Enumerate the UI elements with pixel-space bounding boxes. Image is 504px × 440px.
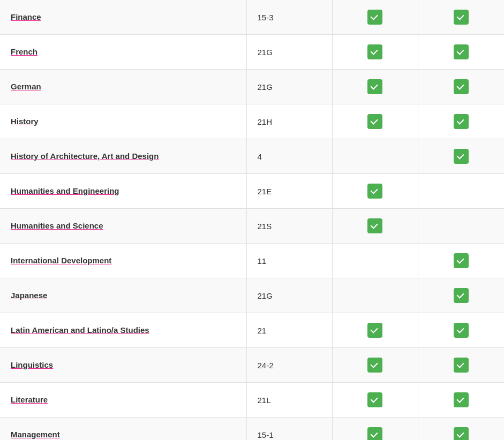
- table-row: Linguistics24-2: [0, 348, 504, 383]
- check-icon: [367, 10, 382, 25]
- check-icon: [454, 358, 469, 373]
- col3-cell: [332, 139, 418, 174]
- course-link[interactable]: History: [11, 117, 39, 126]
- table-row: History21H: [0, 104, 504, 139]
- table-row: French21G: [0, 35, 504, 70]
- course-code-cell: 21L: [246, 383, 332, 418]
- col3-cell: [332, 383, 418, 418]
- col3-cell: [332, 209, 418, 244]
- course-code-cell: 21G: [246, 35, 332, 70]
- check-icon: [367, 358, 382, 373]
- course-code-cell: 15-3: [246, 0, 332, 35]
- course-code-cell: 21: [246, 313, 332, 348]
- courses-table: Finance15-3French21GGerman21GHistory21HH…: [0, 0, 504, 440]
- check-icon: [454, 149, 469, 164]
- check-icon: [367, 44, 382, 59]
- col3-cell: [332, 104, 418, 139]
- check-icon: [454, 427, 469, 440]
- course-name-cell: Japanese: [0, 278, 246, 313]
- check-icon: [367, 114, 382, 129]
- course-name-cell: Humanities and Engineering: [0, 174, 246, 209]
- course-name-cell: Management: [0, 418, 246, 441]
- col3-cell: [332, 35, 418, 70]
- col3-cell: [332, 418, 418, 441]
- check-icon: [454, 79, 469, 94]
- course-link[interactable]: Literature: [11, 395, 48, 404]
- col4-cell: [418, 313, 504, 348]
- course-name-cell: Linguistics: [0, 348, 246, 383]
- col4-cell: [418, 139, 504, 174]
- check-icon: [454, 392, 469, 407]
- check-icon: [367, 427, 382, 440]
- col4-cell: [418, 35, 504, 70]
- table-row: International Development11: [0, 244, 504, 278]
- course-link[interactable]: Humanities and Science: [11, 221, 103, 230]
- course-name-cell: Literature: [0, 383, 246, 418]
- check-icon: [367, 218, 382, 233]
- check-icon: [367, 79, 382, 94]
- check-icon: [367, 392, 382, 407]
- col4-cell: [418, 244, 504, 278]
- course-code-cell: 15-1: [246, 418, 332, 441]
- course-code-cell: 21S: [246, 209, 332, 244]
- course-link[interactable]: German: [11, 82, 41, 91]
- col4-cell: [418, 348, 504, 383]
- course-link[interactable]: Finance: [11, 12, 41, 21]
- table-row: History of Architecture, Art and Design4: [0, 139, 504, 174]
- course-name-cell: History: [0, 104, 246, 139]
- course-name-cell: French: [0, 35, 246, 70]
- check-icon: [367, 323, 382, 338]
- col4-cell: [418, 278, 504, 313]
- check-icon: [454, 253, 469, 268]
- check-icon: [367, 184, 382, 199]
- course-code-cell: 21G: [246, 70, 332, 104]
- course-name-cell: German: [0, 70, 246, 104]
- table-row: German21G: [0, 70, 504, 104]
- course-code-cell: 11: [246, 244, 332, 278]
- course-link[interactable]: Latin American and Latino/a Studies: [11, 325, 149, 335]
- course-code-cell: 4: [246, 139, 332, 174]
- course-name-cell: International Development: [0, 244, 246, 278]
- col3-cell: [332, 174, 418, 209]
- table-row: Humanities and Engineering21E: [0, 174, 504, 209]
- course-link[interactable]: French: [11, 47, 37, 56]
- course-code-cell: 24-2: [246, 348, 332, 383]
- course-code-cell: 21H: [246, 104, 332, 139]
- table-row: Humanities and Science21S: [0, 209, 504, 244]
- course-code-cell: 21G: [246, 278, 332, 313]
- col4-cell: [418, 0, 504, 35]
- col3-cell: [332, 348, 418, 383]
- check-icon: [454, 323, 469, 338]
- table-row: Literature21L: [0, 383, 504, 418]
- course-link[interactable]: Humanities and Engineering: [11, 186, 119, 195]
- check-icon: [454, 44, 469, 59]
- col4-cell: [418, 70, 504, 104]
- col4-cell: [418, 104, 504, 139]
- col4-cell: [418, 174, 504, 209]
- table-row: Management15-1: [0, 418, 504, 441]
- course-code-cell: 21E: [246, 174, 332, 209]
- col3-cell: [332, 278, 418, 313]
- course-name-cell: Latin American and Latino/a Studies: [0, 313, 246, 348]
- col4-cell: [418, 209, 504, 244]
- course-link[interactable]: International Development: [11, 256, 111, 265]
- table-row: Latin American and Latino/a Studies21: [0, 313, 504, 348]
- course-link[interactable]: History of Architecture, Art and Design: [11, 151, 159, 161]
- table-row: Japanese21G: [0, 278, 504, 313]
- course-link[interactable]: Japanese: [11, 291, 47, 300]
- check-icon: [454, 114, 469, 129]
- col4-cell: [418, 383, 504, 418]
- col4-cell: [418, 418, 504, 441]
- check-icon: [454, 10, 469, 25]
- course-link[interactable]: Management: [11, 430, 60, 439]
- col3-cell: [332, 313, 418, 348]
- course-name-cell: History of Architecture, Art and Design: [0, 139, 246, 174]
- course-name-cell: Humanities and Science: [0, 209, 246, 244]
- table-row: Finance15-3: [0, 0, 504, 35]
- col3-cell: [332, 244, 418, 278]
- col3-cell: [332, 0, 418, 35]
- course-name-cell: Finance: [0, 0, 246, 35]
- course-link[interactable]: Linguistics: [11, 360, 53, 369]
- check-icon: [454, 288, 469, 303]
- col3-cell: [332, 70, 418, 104]
